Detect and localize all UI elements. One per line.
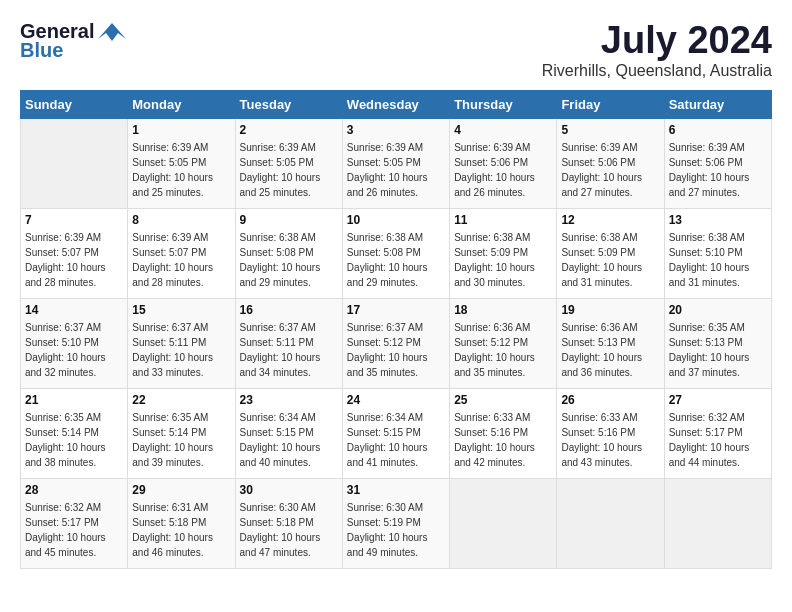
- sunrise-text: Sunrise: 6:39 AM: [669, 142, 745, 153]
- daylight-text-2: and 28 minutes.: [25, 277, 96, 288]
- daylight-text-2: and 47 minutes.: [240, 547, 311, 558]
- day-number: 16: [240, 303, 338, 317]
- header-monday: Monday: [128, 90, 235, 118]
- day-number: 25: [454, 393, 552, 407]
- sunrise-text: Sunrise: 6:38 AM: [347, 232, 423, 243]
- calendar-cell: 30Sunrise: 6:30 AMSunset: 5:18 PMDayligh…: [235, 478, 342, 568]
- daylight-text: Daylight: 10 hours: [669, 172, 750, 183]
- day-number: 2: [240, 123, 338, 137]
- day-number: 9: [240, 213, 338, 227]
- sunrise-text: Sunrise: 6:38 AM: [240, 232, 316, 243]
- sunset-text: Sunset: 5:08 PM: [240, 247, 314, 258]
- daylight-text-2: and 31 minutes.: [669, 277, 740, 288]
- sunrise-text: Sunrise: 6:39 AM: [25, 232, 101, 243]
- daylight-text-2: and 35 minutes.: [347, 367, 418, 378]
- sunrise-text: Sunrise: 6:35 AM: [25, 412, 101, 423]
- sunset-text: Sunset: 5:14 PM: [25, 427, 99, 438]
- daylight-text: Daylight: 10 hours: [25, 352, 106, 363]
- sunrise-text: Sunrise: 6:31 AM: [132, 502, 208, 513]
- daylight-text-2: and 29 minutes.: [347, 277, 418, 288]
- sunrise-text: Sunrise: 6:32 AM: [25, 502, 101, 513]
- day-number: 19: [561, 303, 659, 317]
- daylight-text-2: and 46 minutes.: [132, 547, 203, 558]
- day-number: 26: [561, 393, 659, 407]
- day-number: 15: [132, 303, 230, 317]
- day-number: 4: [454, 123, 552, 137]
- sunset-text: Sunset: 5:15 PM: [347, 427, 421, 438]
- header-row: Sunday Monday Tuesday Wednesday Thursday…: [21, 90, 772, 118]
- day-number: 10: [347, 213, 445, 227]
- sunrise-text: Sunrise: 6:39 AM: [132, 142, 208, 153]
- daylight-text-2: and 32 minutes.: [25, 367, 96, 378]
- daylight-text: Daylight: 10 hours: [240, 352, 321, 363]
- logo-bird-icon: [98, 21, 126, 43]
- day-number: 11: [454, 213, 552, 227]
- daylight-text: Daylight: 10 hours: [561, 262, 642, 273]
- sunrise-text: Sunrise: 6:35 AM: [132, 412, 208, 423]
- sunrise-text: Sunrise: 6:37 AM: [347, 322, 423, 333]
- sunrise-text: Sunrise: 6:30 AM: [240, 502, 316, 513]
- day-number: 21: [25, 393, 123, 407]
- sunset-text: Sunset: 5:18 PM: [240, 517, 314, 528]
- calendar-cell: 23Sunrise: 6:34 AMSunset: 5:15 PMDayligh…: [235, 388, 342, 478]
- sunset-text: Sunset: 5:15 PM: [240, 427, 314, 438]
- day-info: Sunrise: 6:37 AMSunset: 5:10 PMDaylight:…: [25, 320, 123, 380]
- month-title: July 2024: [542, 20, 772, 62]
- daylight-text-2: and 35 minutes.: [454, 367, 525, 378]
- day-number: 7: [25, 213, 123, 227]
- daylight-text: Daylight: 10 hours: [132, 262, 213, 273]
- sunrise-text: Sunrise: 6:37 AM: [240, 322, 316, 333]
- sunset-text: Sunset: 5:09 PM: [561, 247, 635, 258]
- calendar-cell: 26Sunrise: 6:33 AMSunset: 5:16 PMDayligh…: [557, 388, 664, 478]
- calendar-cell: 27Sunrise: 6:32 AMSunset: 5:17 PMDayligh…: [664, 388, 771, 478]
- sunset-text: Sunset: 5:06 PM: [669, 157, 743, 168]
- calendar-cell: 28Sunrise: 6:32 AMSunset: 5:17 PMDayligh…: [21, 478, 128, 568]
- sunset-text: Sunset: 5:17 PM: [669, 427, 743, 438]
- daylight-text-2: and 26 minutes.: [347, 187, 418, 198]
- daylight-text: Daylight: 10 hours: [454, 172, 535, 183]
- logo: General Blue: [20, 20, 126, 62]
- daylight-text: Daylight: 10 hours: [454, 442, 535, 453]
- day-info: Sunrise: 6:39 AMSunset: 5:05 PMDaylight:…: [240, 140, 338, 200]
- sunrise-text: Sunrise: 6:34 AM: [240, 412, 316, 423]
- sunrise-text: Sunrise: 6:34 AM: [347, 412, 423, 423]
- daylight-text: Daylight: 10 hours: [561, 172, 642, 183]
- sunset-text: Sunset: 5:06 PM: [561, 157, 635, 168]
- sunrise-text: Sunrise: 6:38 AM: [561, 232, 637, 243]
- sunset-text: Sunset: 5:10 PM: [669, 247, 743, 258]
- calendar-header: Sunday Monday Tuesday Wednesday Thursday…: [21, 90, 772, 118]
- sunset-text: Sunset: 5:18 PM: [132, 517, 206, 528]
- daylight-text-2: and 42 minutes.: [454, 457, 525, 468]
- daylight-text: Daylight: 10 hours: [347, 442, 428, 453]
- calendar-cell: 4Sunrise: 6:39 AMSunset: 5:06 PMDaylight…: [450, 118, 557, 208]
- day-info: Sunrise: 6:35 AMSunset: 5:13 PMDaylight:…: [669, 320, 767, 380]
- calendar-cell: 11Sunrise: 6:38 AMSunset: 5:09 PMDayligh…: [450, 208, 557, 298]
- sunset-text: Sunset: 5:17 PM: [25, 517, 99, 528]
- daylight-text: Daylight: 10 hours: [347, 352, 428, 363]
- calendar-cell: [664, 478, 771, 568]
- daylight-text: Daylight: 10 hours: [347, 262, 428, 273]
- daylight-text-2: and 41 minutes.: [347, 457, 418, 468]
- day-number: 29: [132, 483, 230, 497]
- daylight-text-2: and 31 minutes.: [561, 277, 632, 288]
- daylight-text-2: and 25 minutes.: [240, 187, 311, 198]
- daylight-text-2: and 27 minutes.: [669, 187, 740, 198]
- sunrise-text: Sunrise: 6:38 AM: [454, 232, 530, 243]
- calendar-week-row: 28Sunrise: 6:32 AMSunset: 5:17 PMDayligh…: [21, 478, 772, 568]
- day-info: Sunrise: 6:30 AMSunset: 5:18 PMDaylight:…: [240, 500, 338, 560]
- daylight-text: Daylight: 10 hours: [25, 532, 106, 543]
- sunset-text: Sunset: 5:14 PM: [132, 427, 206, 438]
- day-number: 13: [669, 213, 767, 227]
- day-number: 5: [561, 123, 659, 137]
- daylight-text: Daylight: 10 hours: [347, 532, 428, 543]
- daylight-text: Daylight: 10 hours: [240, 532, 321, 543]
- daylight-text-2: and 43 minutes.: [561, 457, 632, 468]
- day-number: 28: [25, 483, 123, 497]
- header-wednesday: Wednesday: [342, 90, 449, 118]
- daylight-text-2: and 33 minutes.: [132, 367, 203, 378]
- sunrise-text: Sunrise: 6:33 AM: [454, 412, 530, 423]
- day-info: Sunrise: 6:32 AMSunset: 5:17 PMDaylight:…: [669, 410, 767, 470]
- daylight-text: Daylight: 10 hours: [240, 442, 321, 453]
- calendar-cell: 31Sunrise: 6:30 AMSunset: 5:19 PMDayligh…: [342, 478, 449, 568]
- day-number: 27: [669, 393, 767, 407]
